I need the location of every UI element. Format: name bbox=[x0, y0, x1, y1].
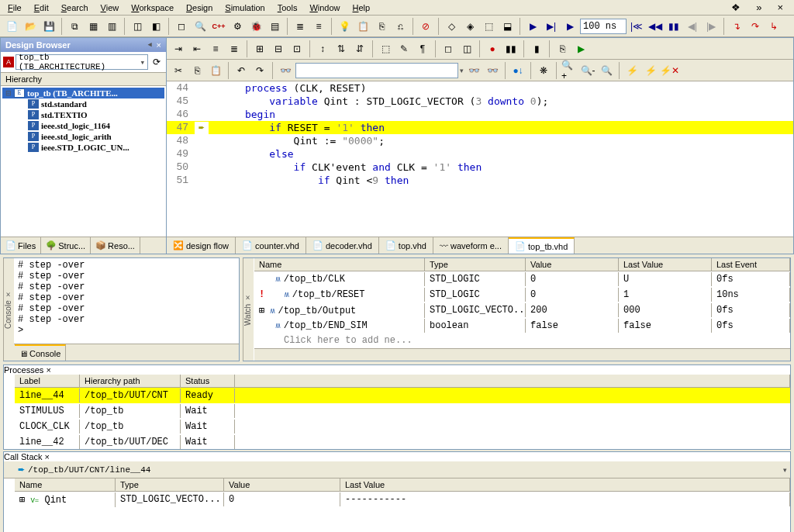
step-fwd-icon[interactable]: |▶ bbox=[703, 18, 720, 35]
icon[interactable]: ⊟ bbox=[270, 40, 287, 57]
icon[interactable]: ◫ bbox=[129, 18, 146, 35]
indent-icon[interactable]: ⇥ bbox=[170, 40, 187, 57]
callstack-row[interactable]: ⊞ V= QintSTD_LOGIC_VECTO...0----------- bbox=[15, 492, 790, 507]
icon[interactable]: ◻ bbox=[173, 18, 190, 35]
icon[interactable]: 📋 bbox=[354, 18, 371, 35]
icon[interactable]: ▥ bbox=[103, 18, 120, 35]
callstack-vtab[interactable]: Call Stack × bbox=[4, 452, 790, 461]
find-icon[interactable]: 🔍 bbox=[192, 18, 209, 35]
icon[interactable]: ▤ bbox=[266, 18, 283, 35]
chevron-left-icon[interactable]: ◂ bbox=[148, 40, 152, 50]
col-lastvalue[interactable]: Last Value bbox=[340, 478, 790, 491]
tree-node[interactable]: P std.TEXTIO bbox=[2, 109, 164, 120]
watch-row[interactable]: ʍ/top_tb/END_SIMbooleanfalsefalse0fs bbox=[254, 318, 790, 333]
console-output[interactable]: # step -over# step -over# step -over# st… bbox=[4, 258, 239, 344]
tree-node[interactable]: P ieee.std_logic_arith bbox=[2, 131, 164, 142]
redo-icon[interactable]: ↷ bbox=[251, 62, 268, 79]
watch-row[interactable]: ⊞ ʍ/top_tb/OutputSTD_LOGIC_VECTO...20000… bbox=[254, 302, 790, 318]
close-icon[interactable]: × bbox=[771, 0, 789, 15]
find-next-icon[interactable]: 👓 bbox=[484, 62, 501, 79]
time-input[interactable] bbox=[580, 19, 627, 34]
restore-icon[interactable]: ❖ bbox=[725, 0, 747, 15]
zoom-in-icon[interactable]: 🔍+ bbox=[561, 62, 578, 79]
icon[interactable]: ◻ bbox=[440, 40, 457, 57]
play-green-icon[interactable]: ▶ bbox=[572, 40, 589, 57]
icon[interactable]: ▦ bbox=[85, 18, 102, 35]
tab-console[interactable]: 🖥 Console bbox=[15, 344, 66, 361]
pilcrow-icon[interactable]: ¶ bbox=[414, 40, 431, 57]
menu-help[interactable]: Help bbox=[347, 2, 377, 14]
col-lastevent[interactable]: Last Event bbox=[712, 258, 790, 271]
new-file-icon[interactable]: 📄 bbox=[3, 18, 20, 35]
probe-del-icon[interactable]: ⚡✕ bbox=[661, 62, 678, 79]
tab-design-flow[interactable]: 🔀 design flow bbox=[167, 237, 236, 254]
step-into-icon[interactable]: ↴ bbox=[728, 18, 745, 35]
tab-waveform-e-[interactable]: 〰 waveform e... bbox=[433, 237, 509, 254]
menu-file[interactable]: File bbox=[2, 2, 28, 14]
pause-icon[interactable]: ▮▮ bbox=[665, 18, 682, 35]
step-back-icon[interactable]: ◀| bbox=[684, 18, 701, 35]
icon[interactable]: 🐞 bbox=[247, 18, 264, 35]
tab-counter-vhd[interactable]: 📄 counter.vhd bbox=[236, 237, 306, 254]
callstack-rows[interactable]: ⊞ V= QintSTD_LOGIC_VECTO...0----------- bbox=[15, 492, 790, 532]
col-status[interactable]: Status bbox=[181, 375, 235, 387]
icon[interactable]: ⊡ bbox=[288, 40, 306, 57]
watch-row[interactable]: ʍ/top_tb/CLKSTD_LOGIC0U0fs bbox=[254, 271, 790, 287]
zoom-out-icon[interactable]: 🔍- bbox=[579, 62, 596, 79]
close-panel-icon[interactable]: × bbox=[157, 40, 161, 50]
menu-edit[interactable]: Edit bbox=[28, 2, 55, 14]
search-input[interactable] bbox=[295, 63, 458, 78]
menu-view[interactable]: View bbox=[95, 2, 126, 14]
watch-row[interactable]: ʍ/top_tb/RESETSTD_LOGIC0110ns bbox=[254, 287, 790, 302]
icon[interactable]: ≣ bbox=[292, 18, 309, 35]
watch-rows[interactable]: ʍ/top_tb/CLKSTD_LOGIC0U0fs ʍ/top_tb/RESE… bbox=[254, 271, 790, 348]
process-rows[interactable]: line__44/top_tb/UUT/CNTReadySTIMULUS/top… bbox=[15, 388, 790, 449]
copy-icon[interactable]: ⎘ bbox=[188, 62, 205, 79]
icon[interactable]: ◫ bbox=[458, 40, 475, 57]
icon[interactable]: ⬓ bbox=[499, 18, 516, 35]
stop-red-icon[interactable]: ⊘ bbox=[417, 18, 434, 35]
tree-node[interactable]: P ieee.STD_LOGIC_UN... bbox=[2, 142, 164, 153]
search-dropdown-icon[interactable]: ▾ bbox=[460, 67, 464, 74]
console-vtab[interactable]: Console × bbox=[3, 258, 14, 361]
icon[interactable]: ⧉ bbox=[66, 18, 83, 35]
probe-icon[interactable]: ⚡ bbox=[642, 62, 659, 79]
bulb-icon[interactable]: 💡 bbox=[336, 18, 353, 35]
processes-vtab[interactable]: Processes × bbox=[4, 365, 790, 375]
open-icon[interactable]: 📂 bbox=[22, 18, 39, 35]
col-name[interactable]: Name bbox=[15, 478, 116, 491]
icon[interactable]: ⬚ bbox=[377, 40, 394, 57]
icon[interactable]: ↕ bbox=[314, 40, 331, 57]
icon[interactable]: ≡ bbox=[207, 40, 224, 57]
icon[interactable]: ⇅ bbox=[333, 40, 350, 57]
pause-rec-icon[interactable]: ▮▮ bbox=[502, 40, 520, 57]
icon[interactable]: ◈ bbox=[461, 18, 478, 35]
col-type[interactable]: Type bbox=[425, 258, 526, 271]
find-prev-icon[interactable]: 👓 bbox=[465, 62, 482, 79]
save-icon[interactable]: 💾 bbox=[40, 18, 57, 35]
icon[interactable]: ≡ bbox=[310, 18, 327, 35]
code-area[interactable]: 44 process (CLK, RESET)45 variable Qint … bbox=[167, 81, 793, 237]
tab-top-vhd[interactable]: 📄 top.vhd bbox=[379, 237, 433, 254]
record-icon[interactable]: ● bbox=[484, 40, 501, 57]
step-over-icon[interactable]: ↷ bbox=[747, 18, 764, 35]
bookmark-icon[interactable]: ●↓ bbox=[509, 62, 526, 79]
undo-icon[interactable]: ↶ bbox=[233, 62, 250, 79]
step-out-icon[interactable]: ↳ bbox=[765, 18, 782, 35]
tree-node[interactable]: ⊟ E top_tb (TB_ARCHITE... bbox=[2, 88, 164, 98]
run-to-icon[interactable]: ▶| bbox=[543, 18, 560, 35]
zoom-fit-icon[interactable]: 🔍 bbox=[598, 62, 615, 79]
run-icon[interactable]: ▶ bbox=[524, 18, 541, 35]
col-lastvalue[interactable]: Last Value bbox=[619, 258, 712, 271]
menu-design[interactable]: Design bbox=[180, 2, 219, 14]
icon[interactable]: ⎘ bbox=[554, 40, 571, 57]
icon[interactable]: ◧ bbox=[147, 18, 164, 35]
icon[interactable]: ⎘ bbox=[373, 18, 390, 35]
design-combo[interactable]: top_tb (TB_ARCHITECTURE)▾ bbox=[16, 54, 148, 70]
window-controls[interactable]: ❖ » × bbox=[725, 0, 792, 15]
maximize-icon[interactable]: » bbox=[750, 0, 768, 15]
dbg-icon[interactable]: C++ bbox=[210, 18, 227, 35]
process-row[interactable]: CLOCK_CLK/top_tbWait bbox=[15, 419, 790, 434]
process-row[interactable]: line__44/top_tb/UUT/CNTReady bbox=[15, 388, 790, 403]
icon[interactable]: ⎌ bbox=[392, 18, 409, 35]
